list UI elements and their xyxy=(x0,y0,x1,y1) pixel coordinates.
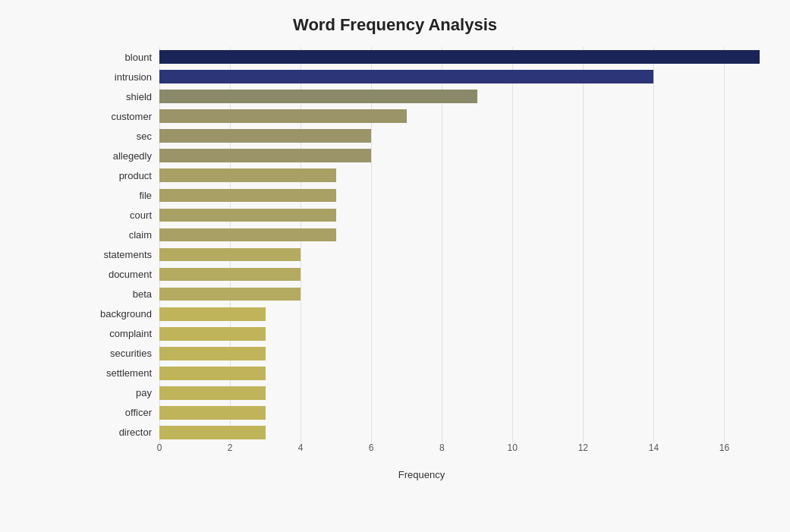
y-axis-label: securities xyxy=(110,344,158,364)
y-axis-label: customer xyxy=(112,106,158,126)
bar-row xyxy=(159,106,760,126)
y-axis-label: blount xyxy=(125,47,158,67)
y-axis-label: shield xyxy=(126,87,158,106)
bar-row xyxy=(159,87,760,106)
x-tick-label: 2 xyxy=(228,442,233,453)
bar-fill xyxy=(159,347,266,360)
bar-row xyxy=(159,245,760,265)
bar-fill xyxy=(159,209,336,222)
y-axis-label: background xyxy=(100,304,158,324)
chart-title: Word Frequency Analysis xyxy=(30,15,760,35)
bar-row xyxy=(159,403,760,423)
y-axis-label: file xyxy=(139,185,158,205)
bar-row xyxy=(159,126,760,146)
bar-fill xyxy=(159,307,266,321)
bar-row xyxy=(159,423,760,442)
bar-row xyxy=(159,364,760,383)
bar-fill xyxy=(159,406,266,420)
y-axis-label: complaint xyxy=(109,324,158,344)
bar-fill xyxy=(159,50,760,64)
bar-fill xyxy=(159,90,477,103)
bar-row xyxy=(159,324,760,344)
bar-row xyxy=(159,205,760,225)
bar-fill xyxy=(159,386,266,400)
bar-fill xyxy=(159,268,301,282)
x-tick-label: 10 xyxy=(508,442,518,453)
chart-container: Word Frequency Analysis blountintrusions… xyxy=(0,0,790,532)
y-axis-label: officer xyxy=(125,403,158,423)
bar-fill xyxy=(159,367,266,380)
y-axis-label: document xyxy=(109,265,158,285)
bar-row xyxy=(159,146,760,165)
y-axis-label: statements xyxy=(103,245,158,265)
bar-fill xyxy=(159,149,371,162)
y-axis-label: allegedly xyxy=(113,146,158,165)
bar-fill xyxy=(159,168,336,182)
y-axis-label: intrusion xyxy=(115,67,158,87)
bar-row xyxy=(159,383,760,403)
bar-row xyxy=(159,185,760,205)
y-axis-label: claim xyxy=(129,225,158,244)
bar-row xyxy=(159,304,760,324)
y-axis-label: beta xyxy=(133,285,158,304)
bar-row xyxy=(159,67,760,87)
x-tick-label: 4 xyxy=(298,442,304,453)
x-tick-label: 14 xyxy=(649,442,659,453)
bar-fill xyxy=(159,327,266,341)
x-tick-label: 6 xyxy=(369,442,374,453)
bar-row xyxy=(159,225,760,244)
x-tick-label: 8 xyxy=(439,442,445,453)
y-axis-label: product xyxy=(119,165,158,185)
y-axis-label: pay xyxy=(136,383,158,403)
bar-row xyxy=(159,344,760,364)
x-tick-label: 16 xyxy=(719,442,729,453)
bar-fill xyxy=(159,288,301,301)
y-axis-label: court xyxy=(130,205,158,225)
bar-row xyxy=(159,47,760,67)
bar-row xyxy=(159,265,760,285)
x-tick-label: 12 xyxy=(578,442,588,453)
bar-fill xyxy=(159,189,336,203)
bar-fill xyxy=(159,70,653,83)
x-tick-label: 0 xyxy=(157,442,162,453)
bar-fill xyxy=(159,228,336,242)
bar-fill xyxy=(159,129,371,143)
y-axis-label: sec xyxy=(137,126,158,146)
y-axis-label: settlement xyxy=(106,364,158,383)
bar-row xyxy=(159,165,760,185)
bar-row xyxy=(159,285,760,304)
bar-fill xyxy=(159,426,266,439)
y-axis-label: director xyxy=(119,423,158,442)
x-axis-title: Frequency xyxy=(83,469,760,480)
bar-fill xyxy=(159,109,407,123)
bar-fill xyxy=(159,248,301,262)
